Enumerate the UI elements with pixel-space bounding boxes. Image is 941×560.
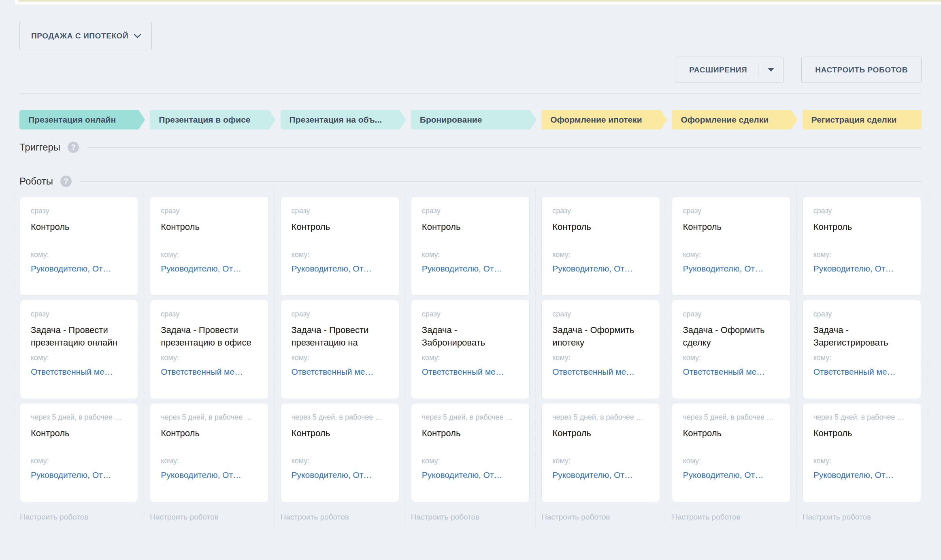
robot-to-label: кому:	[813, 354, 910, 362]
stage-cell: Регистрация сделки	[797, 110, 927, 129]
robot-card[interactable]: сразу Задача - Зарегистрировать кому: От…	[803, 300, 921, 399]
setup-robots-button[interactable]: НАСТРОИТЬ РОБОТОВ	[801, 57, 922, 83]
configure-robots-link[interactable]: Настроить роботов	[803, 506, 921, 530]
stage-label: Презентация онлайн	[28, 115, 116, 124]
robot-to-label: кому:	[292, 250, 388, 259]
robot-recipient-link[interactable]: Руководителю, От…	[161, 264, 258, 274]
configure-robots-link[interactable]: Настроить роботов	[411, 506, 530, 530]
pipeline-selector-row: ПРОДАЖА С ИПОТЕКОЙ	[19, 22, 922, 50]
robot-title: Контроль	[161, 427, 258, 457]
robot-recipient-link[interactable]: Руководителю, От…	[292, 264, 388, 274]
robot-to-label: кому:	[422, 457, 519, 465]
stage-column: сразу Контроль кому: Руководителю, От… с…	[666, 188, 796, 530]
stage-cell: Презентация онлайн	[14, 110, 144, 129]
robot-card[interactable]: сразу Задача - Провести презентацию онла…	[20, 300, 138, 399]
robot-card[interactable]: сразу Задача - Оформить сделку кому: Отв…	[672, 300, 790, 399]
robot-recipient-link[interactable]: Руководителю, От…	[31, 470, 127, 480]
robot-recipient-link[interactable]: Руководителю, От…	[31, 264, 127, 274]
robot-card[interactable]: сразу Задача - Забронировать кому: Ответ…	[411, 300, 530, 399]
robot-card[interactable]: сразу Задача - Оформить ипотеку кому: От…	[541, 300, 660, 399]
robot-recipient-link[interactable]: Ответственный ме…	[292, 367, 388, 377]
robot-recipient-link[interactable]: Ответственный ме…	[161, 367, 258, 377]
robot-recipient-link[interactable]: Руководителю, От…	[161, 470, 258, 480]
robot-to-label: кому:	[552, 354, 649, 362]
stage-tab[interactable]: Оформление ипотеки	[541, 110, 667, 129]
stage-label: Презентация на объ...	[290, 115, 382, 124]
robot-card[interactable]: через 5 дней, в рабочее … Контроль кому:…	[541, 403, 660, 502]
robot-recipient-link[interactable]: Руководителю, От…	[813, 470, 910, 480]
robot-title: Задача - Провести презентацию на	[292, 324, 388, 354]
robot-recipient-link[interactable]: Руководителю, От…	[422, 470, 519, 480]
robot-recipient-link[interactable]: Ответственный ме…	[683, 367, 779, 377]
robot-timing: сразу	[161, 207, 258, 216]
robot-card[interactable]: через 5 дней, в рабочее … Контроль кому:…	[281, 403, 399, 502]
triggers-help-icon[interactable]: ?	[68, 142, 79, 153]
stage-column: сразу Контроль кому: Руководителю, От… с…	[797, 188, 927, 530]
stage-column-cards: сразу Контроль кому: Руководителю, От… с…	[411, 197, 530, 502]
robot-title: Контроль	[31, 427, 127, 457]
robot-card[interactable]: через 5 дней, в рабочее … Контроль кому:…	[411, 403, 530, 502]
robot-card[interactable]: сразу Контроль кому: Руководителю, От…	[20, 197, 138, 296]
stage-tab[interactable]: Презентация онлайн	[19, 110, 145, 129]
robots-grid: сразу Контроль кому: Руководителю, От… с…	[14, 188, 927, 530]
configure-robots-link[interactable]: Настроить роботов	[281, 506, 399, 530]
robot-title: Контроль	[422, 427, 519, 457]
robot-card[interactable]: сразу Контроль кому: Руководителю, От…	[541, 197, 660, 296]
button-divider	[758, 63, 758, 77]
robot-title: Контроль	[292, 427, 388, 457]
robot-recipient-link[interactable]: Руководителю, От…	[552, 264, 649, 274]
robot-timing: сразу	[161, 310, 258, 319]
stage-column: сразу Контроль кому: Руководителю, От… с…	[536, 188, 666, 530]
robots-help-icon[interactable]: ?	[60, 176, 72, 187]
extensions-button[interactable]: РАСШИРЕНИЯ	[676, 57, 783, 83]
robot-recipient-link[interactable]: Ответственный ме…	[31, 367, 127, 377]
robot-recipient-link[interactable]: Руководителю, От…	[683, 470, 779, 480]
robot-card[interactable]: сразу Контроль кому: Руководителю, От…	[803, 197, 921, 296]
robot-card[interactable]: сразу Контроль кому: Руководителю, От…	[281, 197, 399, 296]
robot-timing: через 5 дней, в рабочее …	[292, 413, 388, 422]
stage-tab[interactable]: Регистрация сделки	[803, 110, 922, 129]
stage-tab[interactable]: Бронирование	[411, 110, 536, 129]
triggers-head-line	[87, 147, 922, 148]
robot-card[interactable]: через 5 дней, в рабочее … Контроль кому:…	[20, 403, 138, 502]
triggers-section-head: Триггеры ?	[19, 141, 922, 154]
cutoff-banner-edge	[15, 0, 941, 4]
pipeline-select-button[interactable]: ПРОДАЖА С ИПОТЕКОЙ	[19, 22, 152, 50]
configure-robots-link[interactable]: Настроить роботов	[672, 506, 790, 530]
toolbar-divider	[19, 93, 922, 94]
configure-robots-link[interactable]: Настроить роботов	[150, 506, 268, 530]
robot-recipient-link[interactable]: Ответственный ме…	[813, 367, 910, 377]
robot-recipient-link[interactable]: Ответственный ме…	[552, 367, 649, 377]
configure-robots-link[interactable]: Настроить роботов	[20, 506, 138, 530]
robot-recipient-link[interactable]: Руководителю, От…	[292, 470, 388, 480]
robot-card[interactable]: через 5 дней, в рабочее … Контроль кому:…	[803, 403, 921, 502]
robot-card[interactable]: через 5 дней, в рабочее … Контроль кому:…	[150, 403, 268, 502]
robot-to-label: кому:	[683, 457, 779, 465]
robot-to-label: кому:	[161, 457, 258, 465]
robot-title: Контроль	[683, 221, 779, 250]
robot-recipient-link[interactable]: Руководителю, От…	[813, 264, 910, 274]
robot-timing: сразу	[813, 207, 910, 216]
robot-card[interactable]: сразу Контроль кому: Руководителю, От…	[150, 197, 268, 296]
stage-column-cards: сразу Контроль кому: Руководителю, От… с…	[541, 197, 660, 502]
robot-recipient-link[interactable]: Ответственный ме…	[422, 367, 519, 377]
robot-card[interactable]: сразу Контроль кому: Руководителю, От…	[411, 197, 530, 296]
robot-title: Контроль	[292, 221, 388, 250]
stage-tab[interactable]: Презентация на объ...	[281, 110, 406, 129]
stage-column: сразу Контроль кому: Руководителю, От… с…	[275, 188, 405, 530]
robot-title: Контроль	[813, 427, 910, 457]
robot-card[interactable]: сразу Контроль кому: Руководителю, От…	[672, 197, 790, 296]
robot-recipient-link[interactable]: Руководителю, От…	[683, 264, 779, 274]
stage-column: сразу Контроль кому: Руководителю, От… с…	[405, 188, 536, 530]
robot-card[interactable]: сразу Задача - Провести презентацию в оф…	[150, 300, 268, 399]
stage-tab[interactable]: Оформление сделки	[672, 110, 797, 129]
stage-cell: Оформление сделки	[666, 110, 796, 129]
robot-timing: сразу	[292, 310, 388, 319]
robot-card[interactable]: через 5 дней, в рабочее … Контроль кому:…	[672, 403, 790, 502]
stage-tab[interactable]: Презентация в офисе	[150, 110, 275, 129]
robot-recipient-link[interactable]: Руководителю, От…	[422, 264, 519, 274]
robot-card[interactable]: сразу Задача - Провести презентацию на к…	[281, 300, 399, 399]
robot-recipient-link[interactable]: Руководителю, От…	[552, 470, 649, 480]
robot-title: Контроль	[552, 427, 649, 457]
configure-robots-link[interactable]: Настроить роботов	[541, 506, 660, 530]
